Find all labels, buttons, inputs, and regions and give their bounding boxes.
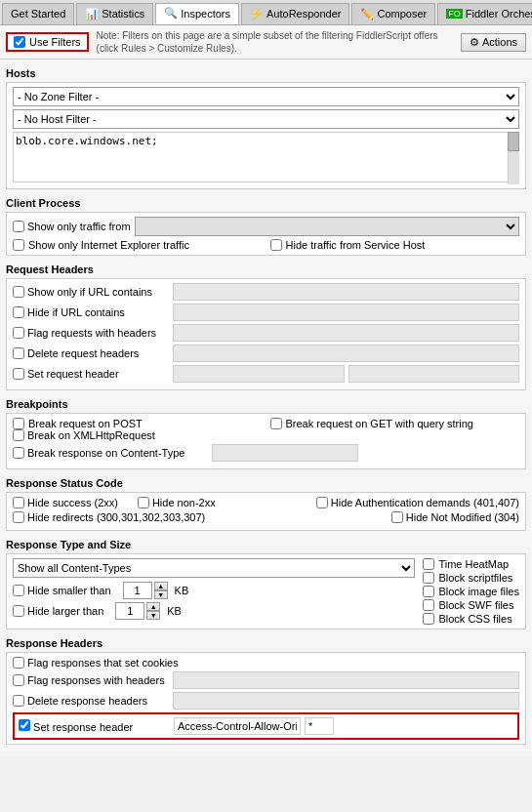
set-header-checkbox[interactable] xyxy=(13,368,24,380)
hide-not-modified-label: Hide Not Modified (304) xyxy=(391,511,519,523)
larger-kb-label: KB xyxy=(167,605,182,617)
break-get-checkbox[interactable] xyxy=(270,418,282,429)
hide-url-input[interactable] xyxy=(173,304,519,321)
delete-headers-row: Delete request headers xyxy=(13,345,519,362)
hosts-textarea[interactable]: blob.core.windows.net; xyxy=(13,132,519,183)
show-url-input[interactable] xyxy=(173,283,519,301)
delete-response-input[interactable] xyxy=(173,692,519,710)
fiddler-label: Fiddler Orches xyxy=(466,8,532,20)
time-heatmap-checkbox[interactable] xyxy=(423,558,434,570)
actions-label: Actions xyxy=(482,36,517,48)
hide-auth-label: Hide Authentication demands (401,407) xyxy=(316,497,519,508)
hosts-content: - No Zone Filter - - No Host Filter - bl… xyxy=(6,82,526,189)
show-traffic-checkbox[interactable] xyxy=(13,221,24,232)
delete-response-label-container: Delete response headers xyxy=(13,695,169,707)
flag-headers-checkbox[interactable] xyxy=(13,674,24,686)
show-ie-checkbox[interactable] xyxy=(13,239,24,251)
delete-headers-input[interactable] xyxy=(173,345,519,362)
statistics-label: Statistics xyxy=(102,8,144,20)
flag-requests-checkbox[interactable] xyxy=(13,327,24,339)
set-header-row: Set request header xyxy=(13,365,519,383)
autoresponder-label: AutoResponder xyxy=(266,8,341,20)
response-status-content: Hide success (2xx) Hide non-2xx Hide Aut… xyxy=(6,492,526,531)
status-row1: Hide success (2xx) Hide non-2xx Hide Aut… xyxy=(13,497,519,508)
zone-filter-select[interactable]: - No Zone Filter - xyxy=(13,87,519,106)
hide-url-checkbox[interactable] xyxy=(13,306,24,318)
flag-cookies-checkbox[interactable] xyxy=(13,657,24,669)
use-filters-checkbox[interactable] xyxy=(14,36,25,48)
use-filters-container: Use Filters xyxy=(6,32,89,52)
tab-autoresponder[interactable]: ⚡ AutoResponder xyxy=(241,3,349,24)
toolbar-note: Note: Filters on this page are a simple … xyxy=(97,29,453,55)
larger-value-input[interactable] xyxy=(115,602,144,620)
tab-statistics[interactable]: 📊 Statistics xyxy=(76,3,153,24)
flag-headers-input[interactable] xyxy=(173,671,519,689)
block-swf-checkbox[interactable] xyxy=(423,599,434,611)
hide-larger-checkbox[interactable] xyxy=(13,605,24,617)
break-xml-checkbox[interactable] xyxy=(13,429,24,441)
response-headers-title: Response Headers xyxy=(6,637,526,649)
break-content-label-container: Break response on Content-Type xyxy=(13,447,208,459)
hide-2xx-checkbox[interactable] xyxy=(13,497,24,508)
hide-redirects-checkbox[interactable] xyxy=(13,511,24,523)
break-content-input[interactable] xyxy=(212,444,358,462)
smaller-down-btn[interactable]: ▼ xyxy=(154,590,168,599)
block-css-label: Block CSS files xyxy=(423,613,519,625)
block-scriptfiles-checkbox[interactable] xyxy=(423,572,434,584)
break-content-row: Break response on Content-Type xyxy=(13,444,519,462)
hosts-scrollbar[interactable] xyxy=(508,132,519,184)
host-filter-select[interactable]: - No Host Filter - xyxy=(13,109,519,129)
response-status-title: Response Status Code xyxy=(6,477,526,489)
set-response-checkbox[interactable] xyxy=(19,719,30,731)
delete-response-checkbox[interactable] xyxy=(13,695,24,707)
hide-larger-row: Hide larger than ▲ ▼ KB xyxy=(13,602,415,620)
actions-icon: ⚙ xyxy=(470,36,479,49)
break-xml-label-container: Break on XMLHttpRequest xyxy=(13,429,155,441)
tab-fiddler[interactable]: FO Fiddler Orches xyxy=(437,3,532,24)
break-post-checkbox[interactable] xyxy=(13,418,24,429)
autoresponder-icon: ⚡ xyxy=(250,8,264,20)
response-headers-content: Flag responses that set cookies Flag res… xyxy=(6,652,526,745)
actions-button[interactable]: ⚙ Actions xyxy=(461,33,526,52)
set-response-value-input[interactable] xyxy=(305,717,334,735)
break-content-checkbox[interactable] xyxy=(13,447,24,459)
set-header-value-input[interactable] xyxy=(348,365,520,383)
hide-service-host-checkbox[interactable] xyxy=(270,239,282,251)
hide-non2xx-checkbox[interactable] xyxy=(138,497,149,508)
flag-cookies-label-container: Flag responses that set cookies xyxy=(13,657,179,669)
hide-smaller-checkbox[interactable] xyxy=(13,585,24,596)
traffic-source-select[interactable] xyxy=(135,217,519,236)
content-type-select[interactable]: Show all Content-Types xyxy=(13,558,415,578)
hide-smaller-label-container: Hide smaller than xyxy=(13,585,111,596)
larger-down-btn[interactable]: ▼ xyxy=(146,611,160,620)
client-process-row2: Show only Internet Explorer traffic Hide… xyxy=(13,239,519,251)
tab-get-started[interactable]: Get Started xyxy=(2,3,74,24)
breakpoints-section: Breakpoints Break request on POST Break … xyxy=(6,398,526,469)
show-url-checkbox[interactable] xyxy=(13,286,24,298)
break-post-label: Break request on POST xyxy=(13,418,263,429)
larger-up-btn[interactable]: ▲ xyxy=(146,602,160,611)
block-scriptfiles-label: Block scriptfiles xyxy=(423,572,519,584)
toolbar: Use Filters Note: Filters on this page a… xyxy=(0,25,532,60)
set-header-name-input[interactable] xyxy=(173,365,345,383)
tab-composer[interactable]: ✏️ Composer xyxy=(351,3,435,24)
smaller-up-btn[interactable]: ▲ xyxy=(154,582,168,590)
client-process-section: Client Process Show only traffic from Sh… xyxy=(6,197,526,256)
breakpoints-content: Break request on POST Break request on G… xyxy=(6,413,526,469)
flag-requests-label-container: Flag requests with headers xyxy=(13,327,169,339)
block-css-checkbox[interactable] xyxy=(423,613,434,625)
flag-cookies-row: Flag responses that set cookies xyxy=(13,657,519,669)
hide-not-modified-checkbox[interactable] xyxy=(391,511,403,523)
block-imagefiles-checkbox[interactable] xyxy=(423,586,434,597)
set-response-name-input[interactable] xyxy=(174,717,301,735)
delete-headers-checkbox[interactable] xyxy=(13,347,24,359)
flag-requests-row: Flag requests with headers xyxy=(13,324,519,342)
tab-inspectors[interactable]: 🔍 Inspectors xyxy=(155,3,239,24)
response-type-right: Time HeatMap Block scriptfiles Block ima… xyxy=(423,558,519,625)
hide-auth-checkbox[interactable] xyxy=(316,497,328,508)
hosts-textarea-area: blob.core.windows.net; xyxy=(13,132,519,184)
flag-requests-input[interactable] xyxy=(173,324,519,342)
smaller-value-input[interactable] xyxy=(123,582,152,599)
show-traffic-row: Show only traffic from xyxy=(13,217,519,236)
larger-spinner-btns: ▲ ▼ xyxy=(146,602,160,620)
